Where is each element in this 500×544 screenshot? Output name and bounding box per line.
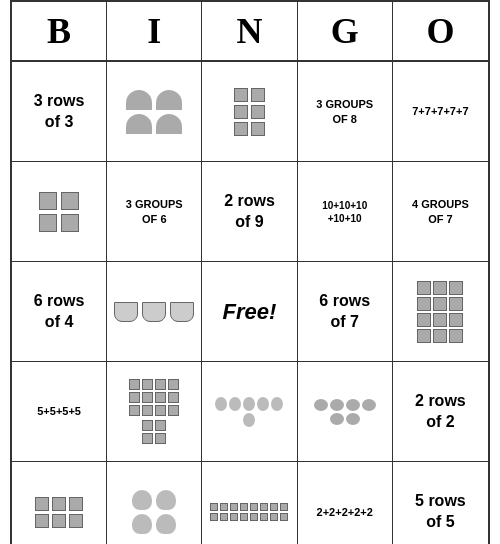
cell-r0c3: 3 GROUPSOF 8 <box>298 62 393 162</box>
square-icon <box>449 329 463 343</box>
balloon-icon <box>257 397 269 411</box>
dot-icon <box>270 513 278 521</box>
dot-icon <box>250 513 258 521</box>
squares-visual <box>39 192 79 232</box>
header-i: I <box>107 2 202 60</box>
cell-r3c0: 5+5+5+5 <box>12 362 107 462</box>
cell-r1c0 <box>12 162 107 262</box>
baskets <box>112 300 196 324</box>
square-icon <box>417 329 431 343</box>
square-icon <box>61 214 79 232</box>
cell-r2c4 <box>393 262 488 362</box>
square-icon <box>142 379 153 390</box>
square-icon <box>69 514 83 528</box>
balloons <box>214 396 284 428</box>
bingo-grid: 3 rowsof 3 3 GROUPSOF 8 7+7+7+ <box>12 62 488 544</box>
square-icon <box>142 405 153 416</box>
square-icon <box>417 297 431 311</box>
square-icon <box>35 514 49 528</box>
square-icon <box>61 192 79 210</box>
cell-text-r3c4: 2 rowsof 2 <box>415 391 466 433</box>
cell-r3c3 <box>298 362 393 462</box>
bear-icon <box>156 514 176 534</box>
cell-text-r4c4: 5 rowsof 5 <box>415 491 466 533</box>
squares-visual <box>234 88 265 136</box>
cell-text-r3c0: 5+5+5+5 <box>37 404 81 418</box>
cell-text-r1c3: 10+10+10+10+10 <box>322 199 367 225</box>
basket-icon <box>142 302 166 322</box>
dot-icon <box>230 513 238 521</box>
square-icon <box>449 297 463 311</box>
cell-r0c2 <box>202 62 297 162</box>
cell-r0c1 <box>107 62 202 162</box>
header-b: B <box>12 2 107 60</box>
cell-text-r1c1: 3 GROUPSOF 6 <box>126 197 183 226</box>
dot-icon <box>240 513 248 521</box>
square-icon <box>129 379 140 390</box>
squares-visual <box>417 281 463 343</box>
square-icon <box>129 392 140 403</box>
square-icon <box>129 405 140 416</box>
dot-icon <box>260 503 268 511</box>
square-icon <box>142 392 153 403</box>
square-icon <box>234 122 248 136</box>
cell-text-r1c4: 4 GROUPSOF 7 <box>412 197 469 226</box>
square-icon <box>155 420 166 431</box>
cell-text-r1c2: 2 rowsof 9 <box>224 191 275 233</box>
balloon-icon <box>215 397 227 411</box>
ladybug-icon <box>314 399 328 411</box>
watermelon-icon <box>156 90 182 110</box>
square-icon <box>417 281 431 295</box>
square-icon <box>251 105 265 119</box>
square-icon <box>417 313 431 327</box>
square-icon <box>449 313 463 327</box>
cell-r0c4: 7+7+7+7+7 <box>393 62 488 162</box>
cell-r3c2 <box>202 362 297 462</box>
header-o: O <box>393 2 488 60</box>
dot-icon <box>230 503 238 511</box>
cell-r1c4: 4 GROUPSOF 7 <box>393 162 488 262</box>
watermelons <box>125 89 183 135</box>
square-icon <box>142 420 153 431</box>
cell-r3c4: 2 rowsof 2 <box>393 362 488 462</box>
dot-icon <box>240 503 248 511</box>
dot-icon <box>210 503 218 511</box>
square-icon <box>39 192 57 210</box>
balloon-icon <box>229 397 241 411</box>
cell-r4c4: 5 rowsof 5 <box>393 462 488 544</box>
dot-icon <box>210 513 218 521</box>
bear-icon <box>132 490 152 510</box>
square-icon <box>155 433 166 444</box>
bingo-card: B I N G O 3 rowsof 3 <box>10 0 490 544</box>
square-icon <box>69 497 83 511</box>
cell-text-r2c0: 6 rowsof 4 <box>34 291 85 333</box>
header-n: N <box>202 2 297 60</box>
square-icon <box>155 392 166 403</box>
bears <box>124 488 184 536</box>
cell-r2c0: 6 rowsof 4 <box>12 262 107 362</box>
balloon-icon <box>271 397 283 411</box>
cell-text-r0c0: 3 rowsof 3 <box>34 91 85 133</box>
balloon-icon <box>243 397 255 411</box>
cell-r4c0 <box>12 462 107 544</box>
cell-r1c3: 10+10+10+10+10 <box>298 162 393 262</box>
free-space: Free! <box>223 299 277 325</box>
dot-icon <box>270 503 278 511</box>
dot-icon <box>250 503 258 511</box>
square-icon <box>433 313 447 327</box>
bear-icon <box>156 490 176 510</box>
cell-r0c0: 3 rowsof 3 <box>12 62 107 162</box>
square-icon <box>433 329 447 343</box>
square-icon <box>155 379 166 390</box>
ladybug-icon <box>362 399 376 411</box>
dots <box>209 502 289 522</box>
dot-icon <box>220 513 228 521</box>
square-icon <box>52 497 66 511</box>
cell-r4c2 <box>202 462 297 544</box>
basket-icon <box>114 302 138 322</box>
cell-r4c1 <box>107 462 202 544</box>
bear-icon <box>132 514 152 534</box>
ladybug-icon <box>346 399 360 411</box>
cell-text-r2c3: 6 rowsof 7 <box>319 291 370 333</box>
cell-text-r0c3: 3 GROUPSOF 8 <box>316 97 373 126</box>
